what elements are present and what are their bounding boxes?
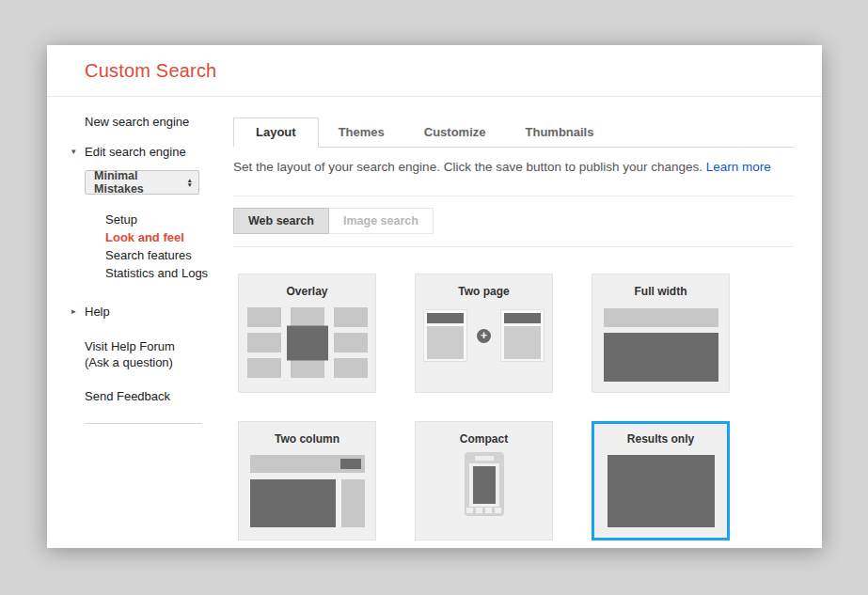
tab-themes[interactable]: Themes	[319, 118, 404, 147]
sidebar-divider	[85, 423, 202, 424]
sidebar-item-label: Help	[85, 305, 110, 319]
full-width-thumbnail	[604, 308, 718, 382]
layout-card-title: Compact	[416, 432, 552, 446]
sidebar-item-search-features[interactable]: Search features	[105, 246, 233, 264]
layout-card-title: Full width	[592, 285, 729, 298]
image-search-toggle[interactable]: Image search	[328, 208, 434, 234]
layout-card-overlay[interactable]: Overlay	[238, 274, 376, 393]
chevron-right-icon: ▸	[71, 306, 76, 316]
section-divider-bottom	[233, 246, 794, 247]
layout-card-two-page[interactable]: Two page +	[415, 274, 553, 393]
layout-card-title: Two page	[416, 285, 552, 298]
engine-section-list: Setup Look and feel Search features Stat…	[105, 211, 233, 282]
search-type-toggle: Web search Image search	[233, 208, 794, 234]
layout-card-title: Overlay	[239, 285, 375, 298]
layout-card-title: Results only	[594, 432, 727, 446]
description-text: Set the layout of your search engine. Cl…	[233, 160, 702, 174]
custom-search-panel: Custom Search New search engine ▾ Edit s…	[47, 45, 822, 548]
select-stepper-icon: ▲ ▼	[187, 178, 193, 187]
layout-card-title: Two column	[239, 432, 375, 446]
layout-card-results-only[interactable]: Results only	[592, 421, 730, 540]
tab-thumbnails[interactable]: Thumbnails	[506, 118, 614, 147]
help-forum-line1: Visit Help Forum	[85, 338, 233, 354]
two-page-thumbnail: +	[416, 309, 552, 362]
chevron-down-icon: ▾	[71, 147, 76, 156]
sidebar: New search engine ▾ Edit search engine M…	[47, 97, 233, 547]
sidebar-item-label: Edit search engine	[85, 145, 186, 159]
layout-option-grid: Overlay Two page +	[238, 274, 794, 540]
sidebar-item-statistics-and-logs[interactable]: Statistics and Logs	[105, 264, 233, 282]
tab-bar: Layout Themes Customize Thumbnails	[233, 117, 794, 148]
sidebar-item-new-search-engine[interactable]: New search engine	[85, 115, 233, 129]
sidebar-item-help[interactable]: ▸ Help	[85, 305, 233, 319]
sidebar-item-visit-help-forum[interactable]: Visit Help Forum (Ask a question)	[85, 338, 233, 370]
sidebar-item-edit-search-engine[interactable]: ▾ Edit search engine	[85, 145, 233, 159]
page-title: Custom Search	[85, 60, 216, 82]
results-only-thumbnail	[608, 455, 715, 527]
learn-more-link[interactable]: Learn more	[706, 160, 771, 174]
engine-select-value: Minimal Mistakes	[94, 169, 187, 196]
layout-card-compact[interactable]: Compact	[415, 421, 553, 540]
layout-description: Set the layout of your search engine. Cl…	[233, 160, 794, 174]
sidebar-item-setup[interactable]: Setup	[105, 211, 233, 228]
compact-thumbnail	[465, 452, 504, 516]
help-forum-line2: (Ask a question)	[85, 354, 233, 370]
tab-customize[interactable]: Customize	[404, 118, 506, 147]
app-header: Custom Search	[47, 45, 822, 97]
layout-card-two-column[interactable]: Two column	[238, 421, 376, 540]
overlay-thumbnail	[247, 307, 368, 378]
two-column-thumbnail	[250, 455, 365, 527]
section-divider-top	[233, 196, 794, 196]
layout-card-full-width[interactable]: Full width	[592, 274, 730, 393]
web-search-toggle[interactable]: Web search	[233, 208, 329, 234]
tab-layout[interactable]: Layout	[233, 117, 319, 148]
plus-icon: +	[477, 329, 491, 343]
sidebar-item-look-and-feel[interactable]: Look and feel	[105, 228, 233, 246]
engine-select-dropdown[interactable]: Minimal Mistakes ▲ ▼	[85, 170, 199, 195]
main-content: Layout Themes Customize Thumbnails Set t…	[233, 97, 822, 547]
sidebar-item-send-feedback[interactable]: Send Feedback	[85, 389, 233, 403]
